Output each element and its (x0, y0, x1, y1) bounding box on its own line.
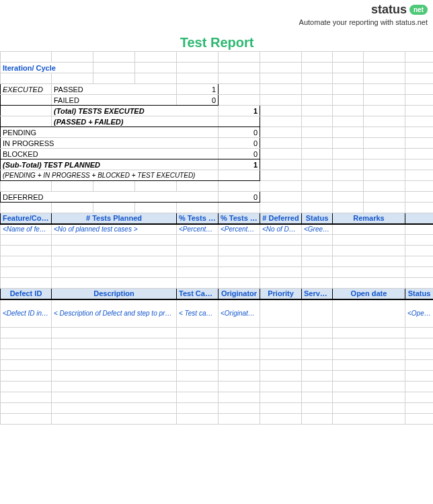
total-exec-formula: (PASSED + FAILED) (52, 116, 219, 127)
feat-hdr-4: # Deferred (260, 213, 302, 224)
feat-hdr-1: # Tests Planned (52, 213, 177, 224)
inprogress-value: 0 (219, 138, 260, 149)
def-hint-3: <Originator of Defect> (219, 299, 260, 328)
deferred-value: 0 (219, 192, 260, 203)
passed-value: 1 (177, 84, 219, 95)
feat-hint-1: <No of planned test cases > (52, 224, 177, 235)
blocked-value: 0 (219, 149, 260, 159)
failed-label: FAILED (52, 95, 177, 106)
tagline: Automate your reporting with status.net (5, 18, 428, 26)
pending-label: PENDING (1, 127, 219, 138)
feat-hint-4: <No of Deferred test cases > (260, 224, 302, 235)
feat-hint-5: <Green/ Red/ Yellow> (302, 224, 333, 235)
def-hint-2: < Test case ID> (177, 299, 219, 328)
def-hint-7: <Open Close> (405, 299, 434, 328)
def-hdr-4: Priority (260, 289, 302, 299)
feat-hint-6 (333, 224, 405, 235)
def-hdr-7: Status (405, 289, 434, 299)
feat-hdr-2: % Tests Executed (177, 213, 219, 224)
feat-hdr-3: % Tests Passed (219, 213, 260, 224)
iteration-label: Iteration/ Cycle (1, 63, 93, 73)
subtotal-value: 1 (219, 159, 260, 170)
inprogress-label: IN PROGRESS (1, 138, 219, 149)
executed-label: EXECUTED (1, 84, 52, 95)
subtotal-label: (Sub-Total) TEST PLANNED (1, 159, 219, 170)
blocked-label: BLOCKED (1, 149, 219, 159)
logo: status net (371, 3, 428, 17)
def-hdr-2: Test Case ID (177, 289, 219, 299)
logo-badge: net (409, 5, 428, 15)
def-hint-1: < Description of Defect and step to prep… (52, 299, 177, 328)
def-hdr-3: Originator (219, 289, 260, 299)
feat-hint-3: <Percentage test cases of executed test … (219, 224, 260, 235)
feat-hint-2: <Percentage of executed test cases> (177, 224, 219, 235)
def-hdr-6: Open date (333, 289, 405, 299)
def-hdr-0: Defect ID (1, 289, 52, 299)
brand-header: status net Automate your reporting with … (0, 0, 433, 34)
def-hdr-1: Description (52, 289, 177, 299)
logo-text: status (371, 3, 407, 17)
subtotal-formula: (PENDING + IN PROGRESS + BLOCKED + TEST … (1, 170, 219, 181)
feat-hdr-5: Status (302, 213, 333, 224)
total-exec-value: 1 (219, 106, 260, 116)
report-title: Test Report (1, 34, 434, 52)
total-exec-label: (Total) TESTS EXECUTED (52, 106, 219, 116)
pending-value: 0 (219, 127, 260, 138)
def-hint-0: <Defect ID in defect tracking tool> (1, 299, 52, 328)
spreadsheet-grid: Test Report Iteration/ Cycle EXECUTED PA… (0, 34, 433, 425)
deferred-label: DEFERRED (1, 192, 219, 203)
feat-hdr-0: Feature/Components (1, 213, 52, 224)
feat-hdr-6: Remarks (333, 213, 405, 224)
feat-hint-0: <Name of feature/type> (1, 224, 52, 235)
passed-label: PASSED (52, 84, 177, 95)
def-hdr-5: Serverity (302, 289, 333, 299)
failed-value: 0 (177, 95, 219, 106)
